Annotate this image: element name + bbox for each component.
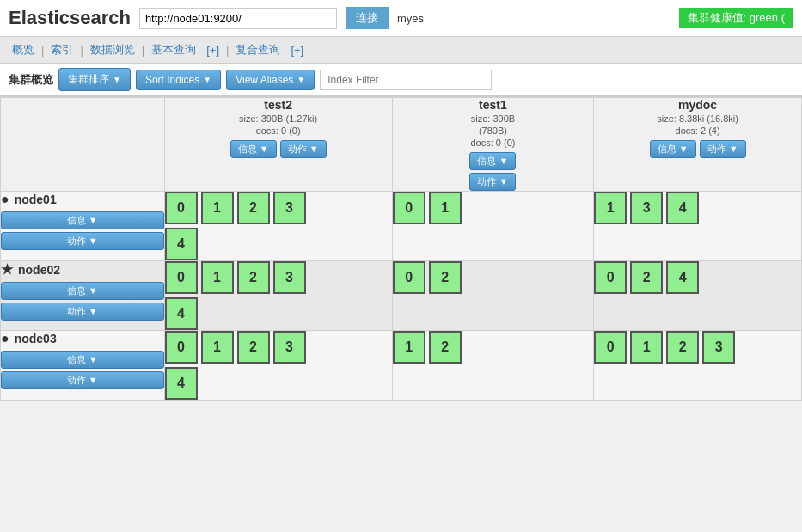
shard-grid-node03-test2: 0 1 2 3 4 [165,331,320,400]
index-docs-mydoc: docs: 2 (4) [594,125,801,136]
empty-header-cell [1,98,165,192]
shard-grid-node03-mydoc: 0 1 2 3 [594,331,749,364]
cluster-overview-label: 集群概览 [9,72,53,88]
shard-2[interactable]: 2 [237,261,270,294]
index-name-test1: test1 [393,98,593,112]
shard-4[interactable]: 4 [165,367,198,400]
index-actions-test2: 信息 ▼ 动作 ▼ [165,140,392,158]
cluster-sort-button[interactable]: 集群排序 ▼ [58,68,131,91]
shard-4[interactable]: 4 [165,228,198,260]
shard-grid-node02-test2: 0 1 2 3 4 [165,261,320,330]
health-badge: 集群健康值: green ( [679,8,793,28]
shard-1[interactable]: 1 [201,192,234,224]
tab-basic-plus[interactable]: [+] [203,42,223,58]
index-name-test2: test2 [165,98,392,112]
shard-3[interactable]: 3 [273,331,306,364]
shard-0[interactable]: 0 [393,261,425,294]
shard-3[interactable]: 3 [702,331,735,364]
shard-4[interactable]: 4 [165,297,198,330]
chevron-down-icon: ▼ [113,75,121,84]
tab-data-browse[interactable]: 数据浏览 [87,40,138,59]
action-button-test2[interactable]: 动作 ▼ [280,140,327,158]
shard-grid-node03-test1: 1 2 [393,331,548,364]
action-button-test1[interactable]: 动作 ▼ [469,173,516,191]
index-docs-test2: docs: 0 (0) [165,125,392,136]
index-docs-test1: docs: 0 (0) [393,138,593,148]
node-cell-node02: ★ node02 信息 ▼ 动作 ▼ [1,261,165,331]
info-button-test1[interactable]: 信息 ▼ [469,152,516,170]
node-actions-node03: 信息 ▼ 动作 ▼ [1,351,164,389]
shards-node03-mydoc: 0 1 2 3 [594,331,802,401]
shard-0[interactable]: 0 [165,192,198,224]
shards-node01-test1: 0 1 [392,192,593,261]
node-action-button-node03[interactable]: 动作 ▼ [1,371,164,389]
shard-1[interactable]: 1 [393,331,425,364]
node-info-button-node01[interactable]: 信息 ▼ [1,211,164,229]
index-name-mydoc: mydoc [594,98,801,112]
app-logo: Elasticsearch [9,7,131,29]
shards-node03-test2: 0 1 2 3 4 [164,331,392,401]
shard-1[interactable]: 1 [201,261,234,294]
sort-indices-button[interactable]: Sort Indices ▼ [136,70,221,90]
shards-node01-mydoc: 1 3 4 [594,192,802,261]
tab-index[interactable]: 索引 [47,40,77,59]
shard-2[interactable]: 2 [237,192,270,224]
info-button-mydoc[interactable]: 信息 ▼ [650,140,696,158]
shard-1[interactable]: 1 [594,192,627,224]
shard-1[interactable]: 1 [429,192,462,224]
shard-0[interactable]: 0 [393,192,425,224]
shard-4[interactable]: 4 [666,192,699,224]
shard-0[interactable]: 0 [165,331,198,364]
shard-0[interactable]: 0 [165,261,198,294]
node-info-button-node03[interactable]: 信息 ▼ [1,351,164,369]
shard-grid-node01-test1: 0 1 [393,192,548,224]
index-size-test2: size: 390B (1.27ki) [165,113,392,124]
node-action-button-node01[interactable]: 动作 ▼ [1,232,164,250]
tab-overview[interactable]: 概览 [9,40,38,59]
shard-3[interactable]: 3 [630,192,663,224]
shard-4[interactable]: 4 [666,261,699,294]
shard-2[interactable]: 2 [237,331,270,364]
connect-button[interactable]: 连接 [346,7,389,29]
shard-grid-node01-mydoc: 1 3 4 [594,192,749,224]
node-row-node03: ● node03 信息 ▼ 动作 ▼ 0 1 2 3 4 [1,331,802,401]
index-filter-input[interactable] [320,70,492,90]
index-header-test2: test2 size: 390B (1.27ki) docs: 0 (0) 信息… [164,98,392,192]
shard-2[interactable]: 2 [666,331,699,364]
shard-0[interactable]: 0 [594,261,627,294]
shard-2[interactable]: 2 [630,261,663,294]
shard-3[interactable]: 3 [273,192,306,224]
shard-1[interactable]: 1 [201,331,234,364]
shards-node02-test2: 0 1 2 3 4 [164,261,392,331]
index-header-test1: test1 size: 390B (780B) docs: 0 (0) 信息 ▼… [392,98,593,192]
url-input[interactable] [139,8,337,29]
node-icon-node03: ● [1,331,9,346]
shard-2[interactable]: 2 [429,331,462,364]
shard-2[interactable]: 2 [429,261,462,294]
index-actions2-test1: 动作 ▼ [393,173,593,191]
shard-3[interactable]: 3 [273,261,306,294]
index-size-mydoc: size: 8.38ki (16.8ki) [594,113,801,124]
node-info-button-node02[interactable]: 信息 ▼ [1,282,164,300]
node-actions-node02: 信息 ▼ 动作 ▼ [1,282,164,321]
chevron-down-icon: ▼ [203,75,211,84]
shards-node02-test1: 0 2 [392,261,593,331]
node-master-icon-node02: ★ [1,261,13,278]
view-aliases-button[interactable]: View Aliases ▼ [226,70,315,90]
tab-complex-plus[interactable]: [+] [287,42,307,58]
tab-complex-query[interactable]: 复合查询 [232,40,284,59]
header: Elasticsearch 连接 myes 集群健康值: green ( [0,0,802,37]
cluster-overview-table: test2 size: 390B (1.27ki) docs: 0 (0) 信息… [0,97,802,401]
node-name-node02: ★ node02 [1,261,164,278]
shard-0[interactable]: 0 [594,331,627,364]
shards-node01-test2: 0 1 2 3 4 [164,192,392,261]
tab-basic-query[interactable]: 基本查询 [148,40,199,59]
shard-1[interactable]: 1 [630,331,663,364]
index-actions-mydoc: 信息 ▼ 动作 ▼ [594,140,801,158]
action-button-mydoc[interactable]: 动作 ▼ [700,140,746,158]
index-actions-test1: 信息 ▼ [393,152,593,170]
node-name-node03: ● node03 [1,331,164,346]
node-action-button-node02[interactable]: 动作 ▼ [1,303,164,321]
node-cell-node01: ● node01 信息 ▼ 动作 ▼ [1,192,165,261]
info-button-test2[interactable]: 信息 ▼ [230,140,277,158]
